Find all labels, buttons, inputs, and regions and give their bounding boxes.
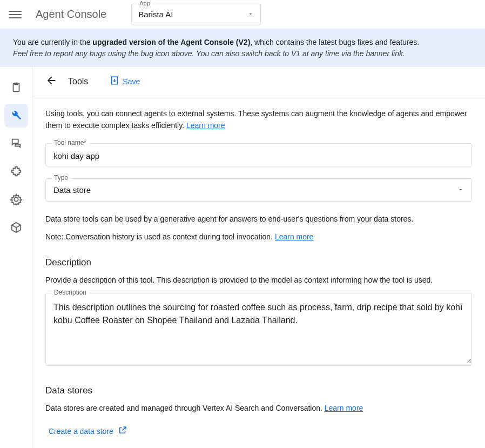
- page-header: Tools Save: [32, 67, 485, 96]
- product-logo: Agent Console: [30, 8, 106, 21]
- datastores-heading: Data stores: [45, 385, 472, 396]
- wrench-icon: [10, 109, 22, 123]
- create-datastore-label: Create a data store: [49, 427, 113, 436]
- chevron-down-icon: [457, 186, 464, 195]
- app-selector-label: App: [137, 0, 152, 6]
- chat-icon: [10, 137, 22, 151]
- menu-icon[interactable]: [9, 8, 22, 21]
- banner-line-2: Feel free to report any bugs using the b…: [13, 48, 472, 59]
- app-selector[interactable]: App Barista AI: [131, 4, 261, 25]
- type-note: Note: Conversation history is used as co…: [45, 232, 472, 241]
- datastores-learn-more-link[interactable]: Learn more: [325, 404, 363, 412]
- datastores-sub: Data stores are created and managed thro…: [45, 404, 472, 412]
- rail-chat[interactable]: [4, 132, 28, 156]
- open-external-icon: [118, 425, 127, 437]
- main-panel: Tools Save Using tools, you can connect …: [32, 67, 485, 448]
- top-bar: Agent Console App Barista AI: [0, 0, 485, 29]
- app-selector-value: Barista AI: [138, 10, 247, 19]
- type-label: Type: [51, 174, 71, 182]
- type-value: Data store: [53, 185, 457, 195]
- type-note-learn-more-link[interactable]: Learn more: [275, 232, 314, 241]
- extension-icon: [10, 165, 22, 179]
- product-name: Agent Console: [36, 8, 106, 21]
- back-button[interactable]: [45, 75, 57, 88]
- tool-name-field[interactable]: Tool name*: [45, 143, 472, 166]
- tool-name-input[interactable]: [53, 151, 464, 161]
- description-field[interactable]: Description: [45, 293, 472, 366]
- rail-package[interactable]: [4, 216, 28, 240]
- content: Using tools, you can connect agents to e…: [32, 96, 485, 448]
- upgrade-banner: You are currently in the upgraded versio…: [0, 29, 485, 67]
- save-button[interactable]: Save: [110, 76, 140, 87]
- clipboard-icon: [10, 81, 22, 95]
- intro-learn-more-link[interactable]: Learn more: [186, 121, 225, 130]
- page-title: Tools: [68, 77, 88, 86]
- banner-line-1: You are currently in the upgraded versio…: [13, 37, 472, 48]
- description-heading: Description: [45, 257, 472, 268]
- rail-extension[interactable]: [4, 160, 28, 184]
- rail-tools[interactable]: [4, 104, 28, 128]
- intro-text: Using tools, you can connect agents to e…: [45, 108, 472, 131]
- side-rail: [0, 67, 32, 448]
- rail-settings[interactable]: [4, 188, 28, 212]
- package-icon: [10, 222, 22, 235]
- chevron-down-icon: [247, 10, 254, 19]
- save-icon: [110, 76, 119, 87]
- description-label: Description: [51, 289, 89, 296]
- type-help-text: Data store tools can be used by a genera…: [45, 213, 472, 225]
- tool-name-label: Tool name*: [51, 139, 89, 146]
- rail-clipboard[interactable]: [4, 76, 28, 99]
- description-textarea[interactable]: [46, 293, 471, 364]
- description-sub: Provide a description of this tool. This…: [45, 276, 472, 284]
- save-label: Save: [123, 77, 140, 86]
- gear-icon: [10, 193, 22, 207]
- type-select[interactable]: Type Data store: [45, 178, 472, 202]
- create-datastore-button[interactable]: Create a data store: [49, 425, 127, 437]
- arrow-left-icon: [45, 79, 57, 88]
